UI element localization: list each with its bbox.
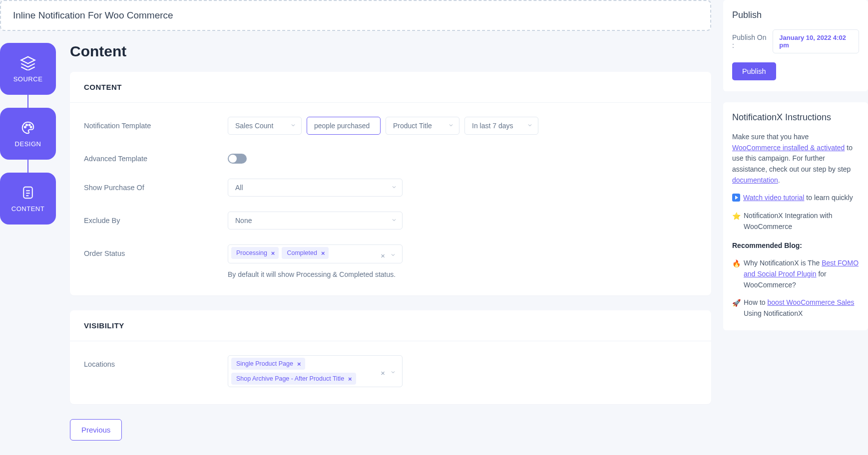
toggle-advanced-template[interactable] <box>228 154 247 164</box>
rocket-icon: 🚀 <box>732 298 741 309</box>
page-heading: Content <box>70 43 711 60</box>
tag-location: Single Product Page × <box>231 358 305 370</box>
link-documentation[interactable]: documentation <box>732 176 778 184</box>
multiselect-locations[interactable]: Single Product Page × Shop Archive Page … <box>228 355 403 387</box>
clear-all-icon[interactable]: × <box>381 251 385 260</box>
remove-tag-icon[interactable]: × <box>297 361 301 367</box>
card-header-content: CONTENT <box>70 72 711 103</box>
instructions-title: NotificationX Instructions <box>732 112 859 123</box>
label-notification-template: Notification Template <box>84 117 228 130</box>
instr-text: to learn quickly <box>804 194 853 202</box>
document-icon <box>20 185 36 200</box>
recommended-heading: Recommended Blog: <box>732 240 859 251</box>
chevron-down-icon <box>527 122 533 130</box>
select-product-title[interactable]: Product Title <box>386 117 459 135</box>
content-card: CONTENT Notification Template Sales Coun… <box>70 72 711 295</box>
step-design[interactable]: DESIGN <box>0 108 56 160</box>
chevron-down-icon <box>391 184 397 192</box>
chevron-down-icon <box>391 217 397 225</box>
chevron-down-icon[interactable] <box>390 251 396 259</box>
instr-text: Make sure that you have <box>732 133 809 141</box>
clear-all-icon[interactable]: × <box>381 369 385 377</box>
previous-button[interactable]: Previous <box>70 419 122 441</box>
link-boost-sales[interactable]: boost WooCommerce Sales <box>767 298 854 306</box>
step-label: CONTENT <box>11 205 44 213</box>
tag-order-status: Processing × <box>231 247 279 259</box>
publish-button[interactable]: Publish <box>732 62 776 80</box>
select-show-purchase-of[interactable]: All <box>228 179 403 197</box>
link-watch-video[interactable]: Watch video tutorial <box>743 194 804 202</box>
publish-card: Publish Publish On : January 10, 2022 4:… <box>723 0 868 91</box>
svg-point-3 <box>29 124 30 125</box>
chevron-down-icon[interactable] <box>390 369 396 377</box>
chevron-down-icon <box>290 122 296 130</box>
select-sales-count[interactable]: Sales Count <box>228 117 302 135</box>
select-timeframe[interactable]: In last 7 days <box>464 117 538 135</box>
label-advanced-template: Advanced Template <box>84 150 228 163</box>
instructions-card: NotificationX Instructions Make sure tha… <box>723 102 868 330</box>
remove-tag-icon[interactable]: × <box>348 376 352 382</box>
tag-order-status: Completed × <box>282 247 329 259</box>
step-connector <box>27 95 28 108</box>
instr-text: How to <box>744 298 767 306</box>
instr-text: NotificationX Integration with WooCommer… <box>744 211 859 232</box>
link-woocommerce[interactable]: WooCommerce installed & activated <box>732 144 845 152</box>
svg-point-4 <box>30 126 32 128</box>
template-text-input[interactable] <box>307 117 381 135</box>
publish-title: Publish <box>732 10 859 20</box>
step-content[interactable]: CONTENT <box>0 173 56 225</box>
svg-marker-0 <box>21 56 34 63</box>
instr-text: Why NotificationX is The <box>744 259 822 267</box>
publish-on-label: Publish On : <box>732 33 768 49</box>
visibility-card: VISIBILITY Locations Single Product Page… <box>70 310 711 404</box>
step-label: DESIGN <box>15 140 41 148</box>
svg-point-1 <box>24 126 26 128</box>
layers-icon <box>19 55 36 70</box>
svg-point-2 <box>26 124 27 125</box>
svg-rect-5 <box>23 187 32 198</box>
play-icon <box>732 194 740 202</box>
star-icon: ⭐ <box>732 211 741 222</box>
step-source[interactable]: SOURCE <box>0 43 56 95</box>
publish-datetime[interactable]: January 10, 2022 4:02 pm <box>773 29 859 53</box>
order-status-helper: By default it will show Processing & Com… <box>228 270 697 278</box>
select-exclude-by[interactable]: None <box>228 212 403 229</box>
card-header-visibility: VISIBILITY <box>70 310 711 341</box>
remove-tag-icon[interactable]: × <box>271 250 275 256</box>
chevron-down-icon <box>448 122 454 130</box>
label-exclude-by: Exclude By <box>84 212 228 225</box>
label-show-purchase-of: Show Purchase Of <box>84 179 228 192</box>
step-connector <box>27 160 28 173</box>
steps-nav: SOURCE DESIGN <box>0 43 56 441</box>
tag-location: Shop Archive Page - After Product Title … <box>231 373 356 385</box>
multiselect-order-status[interactable]: Processing × Completed × <box>228 244 403 263</box>
step-label: SOURCE <box>13 75 43 83</box>
label-order-status: Order Status <box>84 244 228 257</box>
label-locations: Locations <box>84 355 228 368</box>
fire-icon: 🔥 <box>732 258 741 269</box>
campaign-title: Inline Notification For Woo Commerce <box>13 10 173 20</box>
palette-icon <box>19 120 36 135</box>
remove-tag-icon[interactable]: × <box>321 250 325 256</box>
campaign-title-box[interactable]: Inline Notification For Woo Commerce <box>0 0 711 31</box>
instr-text: Using NotificationX <box>744 309 803 317</box>
